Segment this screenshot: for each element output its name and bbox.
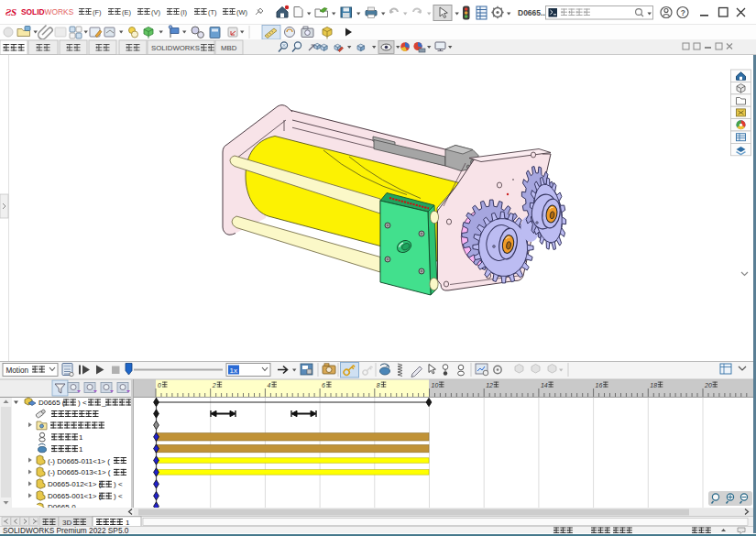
svg-text:SOLIDWORKS: SOLIDWORKS bbox=[151, 44, 200, 52]
svg-text:16: 16 bbox=[596, 382, 603, 388]
svg-text:20: 20 bbox=[704, 382, 712, 388]
svg-text:1: 1 bbox=[79, 445, 83, 454]
svg-text:0: 0 bbox=[158, 382, 161, 388]
svg-text:SOLIDWORKS Premium 2022 SP5.0: SOLIDWORKS Premium 2022 SP5.0 bbox=[3, 526, 129, 535]
svg-text:(-) D0665-013<1> (: (-) D0665-013<1> ( bbox=[48, 468, 111, 476]
svg-text:) <: ) < bbox=[78, 399, 87, 407]
svg-text:(F): (F) bbox=[93, 8, 102, 16]
svg-text:10: 10 bbox=[432, 382, 439, 388]
svg-text:D0665-001<1> (: D0665-001<1> ( bbox=[48, 492, 102, 500]
svg-text:18: 18 bbox=[650, 382, 657, 388]
svg-text:(T): (T) bbox=[208, 8, 217, 16]
svg-text:12: 12 bbox=[486, 382, 493, 388]
svg-text:6: 6 bbox=[322, 382, 325, 388]
svg-text:MBD: MBD bbox=[221, 44, 237, 52]
svg-text:) <: ) < bbox=[114, 492, 123, 500]
svg-text:ƧS: ƧS bbox=[5, 6, 16, 17]
svg-text:(W): (W) bbox=[236, 8, 248, 16]
svg-text:8: 8 bbox=[377, 382, 380, 388]
svg-text:1: 1 bbox=[79, 433, 83, 442]
svg-text:2: 2 bbox=[212, 382, 216, 388]
svg-text:SOLIDWORKS: SOLIDWORKS bbox=[21, 7, 74, 16]
svg-text:(E): (E) bbox=[122, 8, 132, 16]
svg-text:) <: ) < bbox=[114, 480, 123, 488]
svg-text:1x: 1x bbox=[230, 366, 237, 375]
svg-text:D0665-012<1> (: D0665-012<1> ( bbox=[48, 480, 102, 488]
svg-text:4: 4 bbox=[267, 382, 270, 388]
svg-text:D0665...: D0665... bbox=[518, 8, 547, 17]
svg-text:(V): (V) bbox=[151, 8, 161, 16]
svg-text:?: ? bbox=[681, 8, 685, 17]
svg-text:Motion: Motion bbox=[6, 366, 29, 375]
svg-text:D0665 (: D0665 ( bbox=[38, 399, 65, 407]
svg-text:14: 14 bbox=[541, 382, 548, 388]
svg-text:(-) D0665-011<1> (: (-) D0665-011<1> ( bbox=[48, 457, 110, 465]
svg-text:(I): (I) bbox=[181, 8, 188, 16]
